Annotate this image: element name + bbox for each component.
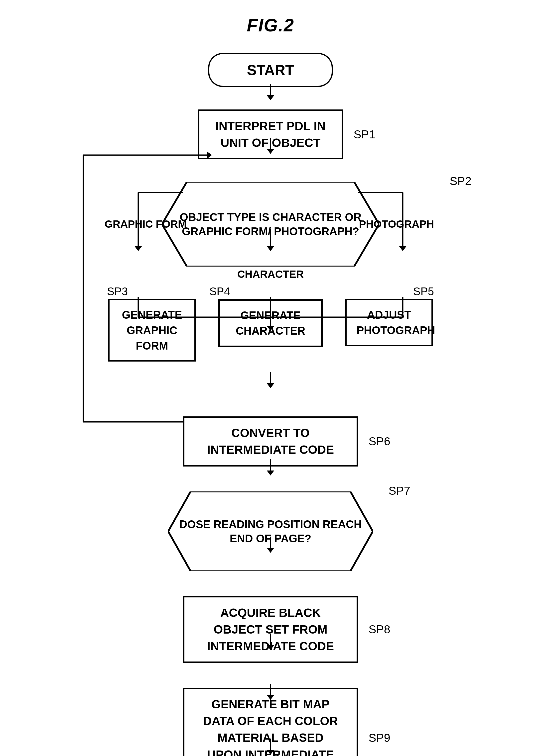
sp3-label: SP3 [107,285,128,298]
gen-graphic-box: GENERATE GRAPHIC FORM [108,299,196,362]
sp1-label: SP1 [353,127,375,141]
sp7-label: SP7 [388,484,410,497]
character-branch-label: CHARACTER [237,268,304,280]
fig-title: FIG.2 [247,15,294,35]
sp4-label: SP4 [209,285,230,298]
sp5-label: SP5 [413,285,434,298]
photograph-branch-label: PHOTOGRAPH [359,218,434,230]
convert-box: CONVERT TO INTERMEDIATE CODE [183,416,358,466]
sp9-label: SP9 [368,731,390,745]
adj-photo-box: ADJUST PHOTOGRAPH [345,299,433,346]
gen-character-box: GENERATE CHARACTER [218,299,323,347]
sp6-label: SP6 [368,435,390,448]
sp2-label: SP2 [450,174,471,188]
interpret-box: INTERPRET PDL IN UNIT OF OBJECT [198,110,343,159]
page: FIG.2 [0,0,541,756]
generate-bitmap-box: GENERATE BIT MAP DATA OF EACH COLOR MATE… [183,688,358,756]
object-type-question: OBJECT TYPE IS CHARACTER OR GRAPHIC FORM… [175,187,366,262]
dose-reading-question: DOSE READING POSITION REACH END OF PAGE? [178,496,363,566]
start-node: START [208,53,333,87]
graphic-form-branch-label: GRAPHIC FORM [105,218,187,230]
sp8-label: SP8 [368,623,390,636]
acquire-box: ACQUIRE BLACK OBJECT SET FROM INTERMEDIA… [183,596,358,663]
